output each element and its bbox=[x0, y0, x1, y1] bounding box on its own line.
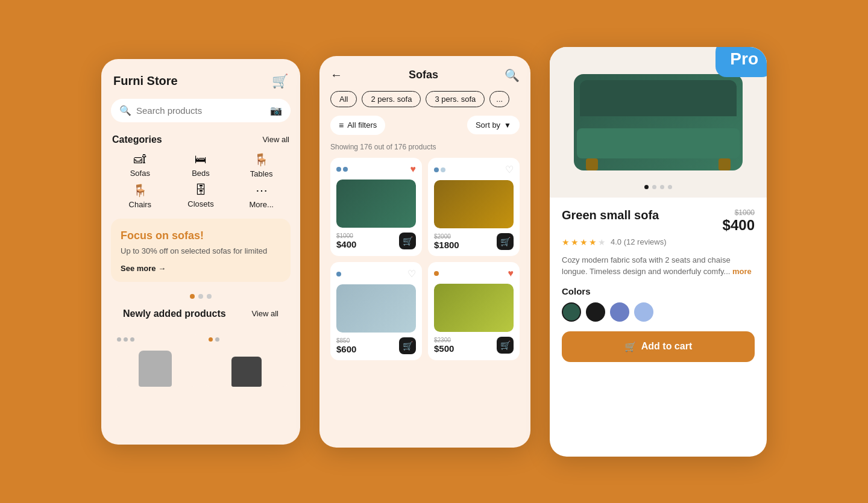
heart-icon-2[interactable]: ♡ bbox=[505, 164, 514, 175]
back-button[interactable]: ← bbox=[330, 68, 342, 82]
chip-3pers[interactable]: 3 pers. sofa bbox=[426, 91, 485, 107]
product-card-4[interactable]: ♥ $2300 $500 🛒 bbox=[428, 262, 520, 360]
prev-dot bbox=[130, 337, 134, 342]
person-indicator-1 bbox=[336, 167, 348, 172]
dot-2[interactable] bbox=[198, 294, 203, 299]
categories-view-all[interactable]: View all bbox=[262, 135, 289, 144]
heart-icon-1[interactable]: ♥ bbox=[410, 164, 417, 175]
heart-icon-4[interactable]: ♥ bbox=[508, 268, 514, 279]
product-new-price: $400 bbox=[723, 217, 755, 234]
price-row-3: $850 $600 🛒 bbox=[336, 337, 416, 354]
pdot bbox=[434, 271, 439, 276]
more-icon: ⋯ bbox=[256, 183, 268, 198]
sofa-seat bbox=[577, 128, 740, 158]
sofa-image-1 bbox=[336, 180, 416, 228]
category-chairs[interactable]: 🪑 Chairs bbox=[112, 183, 168, 209]
image-carousel-dots bbox=[644, 185, 672, 189]
old-price-1: $1000 bbox=[336, 233, 356, 239]
price-info-3: $850 $600 bbox=[336, 337, 356, 354]
product-card-1[interactable]: ♥ $1000 $400 🛒 bbox=[330, 158, 422, 256]
img-dot-3[interactable] bbox=[660, 185, 664, 189]
sofas-label: Sofas bbox=[130, 169, 150, 178]
star-rating: ★ ★ ★ ★ ★ bbox=[562, 237, 606, 247]
product-pricing: $1000 $400 bbox=[723, 208, 755, 234]
preview-card-2[interactable] bbox=[204, 333, 289, 387]
cart-icon[interactable]: 🛒 bbox=[272, 73, 288, 89]
dot-3[interactable] bbox=[207, 294, 212, 299]
img-dot-4[interactable] bbox=[668, 185, 672, 189]
search-bar[interactable]: 🔍 📷 bbox=[111, 99, 291, 122]
img-dot-2[interactable] bbox=[652, 185, 656, 189]
product-description: Cozy modern fabric sofa with 2 seats and… bbox=[562, 254, 755, 278]
promo-see-more-link[interactable]: See more → bbox=[121, 264, 166, 273]
product-previews bbox=[112, 333, 289, 387]
price-row-2: $2000 $1800 🛒 bbox=[434, 233, 514, 250]
search-icon[interactable]: 🔍 bbox=[505, 68, 520, 83]
category-tables[interactable]: 🪑 Tables bbox=[233, 152, 289, 178]
product-image-area: Pro bbox=[550, 47, 767, 198]
product-card-2[interactable]: ♡ $2000 $1800 🛒 bbox=[428, 158, 520, 256]
star-1: ★ bbox=[562, 237, 570, 247]
category-closets[interactable]: 🗄 Closets bbox=[173, 183, 229, 209]
prev-dot bbox=[124, 337, 128, 342]
prev-dot-active bbox=[209, 337, 213, 342]
search-input[interactable] bbox=[136, 105, 265, 116]
search-icon: 🔍 bbox=[119, 105, 131, 116]
chair-preview-shape-1 bbox=[139, 351, 172, 387]
person-indicator-4 bbox=[434, 271, 439, 276]
pdot bbox=[336, 167, 341, 172]
chip-all[interactable]: All bbox=[330, 91, 357, 107]
home-header: Furni Store 🛒 bbox=[101, 59, 300, 99]
star-4: ★ bbox=[589, 237, 597, 247]
sofa-green-shape bbox=[336, 180, 416, 228]
pdot bbox=[336, 272, 341, 276]
product-detail-body: Green small sofa $1000 $400 ★ ★ ★ ★ ★ 4.… bbox=[550, 198, 767, 373]
add-to-cart-btn-4[interactable]: 🛒 bbox=[497, 337, 514, 354]
category-beds[interactable]: 🛏 Beds bbox=[173, 152, 229, 178]
products-grid: ♥ $1000 $400 🛒 ♡ bbox=[319, 158, 530, 360]
category-more[interactable]: ⋯ More... bbox=[233, 183, 289, 209]
price-row-4: $2300 $500 🛒 bbox=[434, 337, 514, 354]
color-swatches bbox=[562, 302, 755, 322]
preview-card-1[interactable] bbox=[112, 333, 198, 387]
sofa-leg-left bbox=[586, 158, 598, 170]
chip-2pers[interactable]: 2 pers. sofa bbox=[362, 91, 421, 107]
chip-more[interactable]: ... bbox=[489, 91, 509, 107]
pdot bbox=[441, 167, 445, 172]
chairs-icon: 🪑 bbox=[133, 183, 148, 198]
colors-title: Colors bbox=[562, 286, 755, 296]
price-info-1: $1000 $400 bbox=[336, 233, 356, 249]
filter-icon: ≡ bbox=[339, 120, 344, 130]
add-to-cart-btn-3[interactable]: 🛒 bbox=[399, 337, 416, 354]
add-to-cart-button[interactable]: 🛒 Add to cart bbox=[562, 331, 755, 362]
store-title: Furni Store bbox=[113, 74, 178, 88]
category-sofas[interactable]: 🛋 Sofas bbox=[112, 152, 168, 178]
product-card-4-top: ♥ bbox=[434, 268, 514, 279]
new-price-4: $500 bbox=[434, 343, 454, 354]
sofas-page-title: Sofas bbox=[409, 69, 438, 81]
categories-label: Categories bbox=[112, 134, 162, 145]
swatch-light-blue[interactable] bbox=[634, 302, 653, 322]
newly-added-view-all[interactable]: View all bbox=[251, 309, 278, 318]
product-card-3[interactable]: ♡ $850 $600 🛒 bbox=[330, 262, 422, 360]
all-filters-button[interactable]: ≡ All filters bbox=[330, 116, 385, 135]
swatch-black[interactable] bbox=[586, 302, 605, 322]
more-link[interactable]: more bbox=[732, 267, 752, 276]
add-to-cart-btn-2[interactable]: 🛒 bbox=[497, 233, 514, 250]
sofa-image-2 bbox=[434, 180, 514, 228]
promo-card: Focus on sofas! Up to 30% off on selecte… bbox=[111, 219, 291, 282]
swatch-dark-green[interactable] bbox=[562, 302, 581, 322]
tables-icon: 🪑 bbox=[254, 152, 269, 167]
add-to-cart-label: Add to cart bbox=[641, 341, 692, 352]
img-dot-1[interactable] bbox=[644, 185, 649, 189]
sofa-brown-shape bbox=[434, 180, 514, 228]
add-to-cart-btn-1[interactable]: 🛒 bbox=[399, 233, 416, 249]
dot-1[interactable] bbox=[190, 294, 195, 299]
heart-icon-3[interactable]: ♡ bbox=[407, 268, 416, 280]
prev-dot bbox=[117, 337, 121, 342]
sort-by-button[interactable]: Sort by ▼ bbox=[467, 116, 520, 134]
swatch-blue-purple[interactable] bbox=[610, 302, 629, 322]
camera-icon[interactable]: 📷 bbox=[270, 105, 282, 116]
person-indicator-2 bbox=[434, 167, 445, 172]
sofa-leg-right bbox=[719, 158, 731, 170]
